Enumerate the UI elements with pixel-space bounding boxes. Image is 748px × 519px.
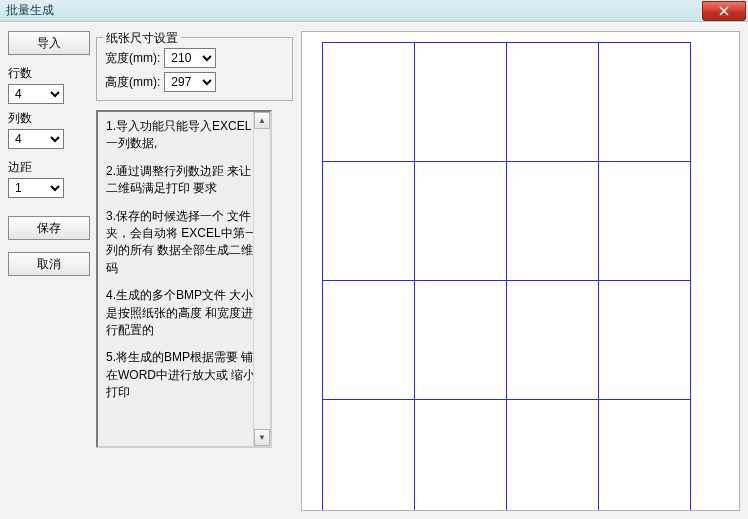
grid-cell (507, 281, 599, 400)
instruction-2: 2.通过调整行列数边距 来让二维码满足打印 要求 (106, 163, 262, 198)
grid-cell (507, 43, 599, 162)
preview-panel (301, 31, 740, 511)
rows-field: 行数 4 (8, 65, 90, 104)
cols-label: 列数 (8, 110, 90, 127)
margin-select[interactable]: 1 (8, 178, 64, 198)
titlebar: 批量生成 (0, 0, 748, 22)
grid-cell (323, 162, 415, 281)
grid-cell (323, 400, 415, 512)
instruction-3: 3.保存的时候选择一个 文件夹，会自动将 EXCEL中第一列的所有 数据全部生成… (106, 208, 262, 278)
instruction-1: 1.导入功能只能导入EXCEL一列数据, (106, 118, 262, 153)
paper-size-group: 纸张尺寸设置 宽度(mm): 210 高度(mm): 297 (96, 37, 293, 101)
scroll-down-icon[interactable]: ▼ (254, 429, 270, 446)
grid-cell (599, 43, 691, 162)
left-panel: 导入 行数 4 纸张尺寸设置 宽度(mm): 210 高度(mm) (8, 31, 293, 511)
grid-cell (415, 43, 507, 162)
grid-cell (415, 281, 507, 400)
content-area: 导入 行数 4 纸张尺寸设置 宽度(mm): 210 高度(mm) (0, 22, 748, 519)
close-button[interactable] (702, 1, 746, 21)
grid-cell (599, 162, 691, 281)
cols-field: 列数 4 (8, 110, 90, 149)
scroll-up-icon[interactable]: ▲ (254, 112, 270, 129)
paper-group-title: 纸张尺寸设置 (103, 30, 181, 47)
grid-cell (415, 162, 507, 281)
grid-cell (599, 400, 691, 512)
margin-field: 边距 1 (8, 159, 90, 198)
width-label: 宽度(mm): (105, 50, 160, 67)
grid-cell (507, 162, 599, 281)
save-button[interactable]: 保存 (8, 216, 90, 240)
width-select[interactable]: 210 (164, 48, 216, 68)
cancel-button[interactable]: 取消 (8, 252, 90, 276)
height-label: 高度(mm): (105, 74, 160, 91)
margin-label: 边距 (8, 159, 90, 176)
grid-preview (322, 42, 691, 511)
cols-select[interactable]: 4 (8, 129, 64, 149)
close-icon (719, 6, 729, 16)
instruction-4: 4.生成的多个BMP文件 大小是按照纸张的高度 和宽度进行配置的 (106, 287, 262, 339)
scrollbar[interactable]: ▲ ▼ (253, 112, 270, 446)
instruction-5: 5.将生成的BMP根据需要 铺在WORD中进行放大或 缩小打印 (106, 349, 262, 401)
grid-cell (323, 43, 415, 162)
grid-cell (599, 281, 691, 400)
height-select[interactable]: 297 (164, 72, 216, 92)
grid-cell (415, 400, 507, 512)
import-button[interactable]: 导入 (8, 31, 90, 55)
window-title: 批量生成 (6, 2, 54, 19)
instructions-panel: 1.导入功能只能导入EXCEL一列数据, 2.通过调整行列数边距 来让二维码满足… (96, 110, 272, 448)
grid-cell (507, 400, 599, 512)
rows-label: 行数 (8, 65, 90, 82)
rows-select[interactable]: 4 (8, 84, 64, 104)
grid-cell (323, 281, 415, 400)
